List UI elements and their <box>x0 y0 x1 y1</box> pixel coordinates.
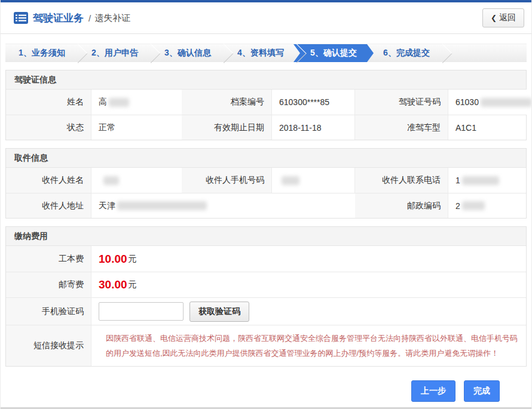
address-label: 收件人地址 <box>6 193 91 218</box>
pickup-info-section: 取件信息 收件人姓名 收件人手机号码 收件人联系电话 1 收件人地址 天津 邮政… <box>5 148 527 219</box>
recipient-phone-label: 收件人联系电话 <box>355 168 448 193</box>
currency-unit: 元 <box>129 279 137 290</box>
license-info-section: 驾驶证信息 姓名 高 档案编号 610300****85 驾驶证号码 61030… <box>5 70 527 140</box>
step-wizard-filler <box>443 44 527 62</box>
chevron-left-icon: ❮ <box>491 14 497 22</box>
license-no-value: 61030 <box>448 90 532 115</box>
recipient-mobile-label: 收件人手机号码 <box>182 168 271 193</box>
previous-step-button[interactable]: 上一步 <box>411 380 455 402</box>
expiry-value: 2018-11-18 <box>271 115 355 140</box>
step-wizard: 1、业务须知 2、用户申告 3、确认信息 4、资料填写 5、确认提交 6、完成提… <box>5 44 527 62</box>
step-1-business-notice[interactable]: 1、业务须知 <box>5 44 78 62</box>
payment-section: 缴纳费用 工本费 10.00 元 邮寄费 30.00 元 手机验证码 获取验证码… <box>5 226 527 367</box>
step-4-fill-materials[interactable]: 4、资料填写 <box>224 44 297 62</box>
vehicle-class-label: 准驾车型 <box>355 115 448 140</box>
production-fee-amount: 10.00 <box>99 253 127 266</box>
production-fee-value: 10.00 元 <box>91 246 526 272</box>
step-3-confirm-info[interactable]: 3、确认信息 <box>151 44 224 62</box>
file-no-label: 档案编号 <box>182 90 271 115</box>
sms-notice-row: 短信接收提示 因陕西省联通、电信运营商技术问题，陕西省互联网交通安全综合服务管理… <box>6 325 526 366</box>
mailing-fee-label: 邮寄费 <box>6 272 91 297</box>
redaction-smudge <box>462 176 499 185</box>
name-value: 高 <box>91 90 182 115</box>
currency-unit: 元 <box>129 254 137 265</box>
pickup-info-table: 收件人姓名 收件人手机号码 收件人联系电话 1 <box>6 168 526 193</box>
production-fee-label: 工本费 <box>6 246 91 272</box>
captcha-field-cell: 获取验证码 <box>91 297 526 325</box>
redaction-smudge <box>117 201 207 210</box>
breadcrumb-current: 遗失补证 <box>94 13 130 24</box>
redaction-smudge <box>103 176 119 185</box>
sms-notice-cell: 因陕西省联通、电信运营商技术问题，陕西省互联网交通安全综合服务管理平台无法向持陕… <box>91 325 526 366</box>
redaction-smudge <box>462 201 485 210</box>
redaction-smudge <box>109 98 129 107</box>
step-6-complete-submit[interactable]: 6、完成提交 <box>370 44 443 62</box>
mailing-fee-amount: 30.00 <box>99 278 127 291</box>
postal-value: 2 <box>448 193 526 218</box>
page: 驾驶证业务 / 遗失补证 ❮ 返回 1、业务须知 2、用户申告 3、确认信息 4… <box>0 0 532 409</box>
recipient-mobile-value <box>271 168 355 193</box>
recipient-phone-value: 1 <box>448 168 526 193</box>
page-header: 驾驶证业务 / 遗失补证 ❮ 返回 <box>1 2 531 34</box>
name-label: 姓名 <box>6 90 91 115</box>
production-fee-row: 工本费 10.00 元 <box>6 246 526 272</box>
mailing-fee-value: 30.00 元 <box>91 272 526 297</box>
footer-actions: 上一步 完成 <box>1 367 531 402</box>
sms-notice-label: 短信接收提示 <box>6 325 91 366</box>
license-no-label: 驾驶证号码 <box>355 90 448 115</box>
vehicle-class-value: A1C1 <box>448 115 526 140</box>
captcha-input[interactable] <box>99 302 184 321</box>
recipient-name-label: 收件人姓名 <box>6 168 91 193</box>
license-info-table-row2: 状态 正常 有效期止日期 2018-11-18 准驾车型 A1C1 <box>6 115 526 140</box>
pickup-section-title: 取件信息 <box>6 149 526 168</box>
redaction-smudge <box>282 176 299 185</box>
list-icon <box>14 12 28 24</box>
page-title: 驾驶证业务 <box>33 11 84 25</box>
status-value: 正常 <box>91 115 182 140</box>
license-section-title: 驾驶证信息 <box>6 70 526 90</box>
address-value: 天津 <box>91 193 355 218</box>
breadcrumb-separator: / <box>88 13 91 23</box>
captcha-label: 手机验证码 <box>6 297 91 325</box>
mailing-fee-row: 邮寄费 30.00 元 <box>6 272 526 297</box>
redaction-smudge <box>481 98 532 107</box>
sms-notice-text: 因陕西省联通、电信运营商技术问题，陕西省互联网交通安全综合服务管理平台无法向持陕… <box>99 325 526 366</box>
status-label: 状态 <box>6 115 91 140</box>
expiry-label: 有效期止日期 <box>182 115 271 140</box>
back-button[interactable]: ❮ 返回 <box>482 8 524 27</box>
get-captcha-button[interactable]: 获取验证码 <box>189 302 249 322</box>
step-2-user-declaration[interactable]: 2、用户申告 <box>78 44 151 62</box>
captcha-row: 手机验证码 获取验证码 <box>6 297 526 325</box>
postal-label: 邮政编码 <box>355 193 448 218</box>
license-info-table: 姓名 高 档案编号 610300****85 驾驶证号码 61030 <box>6 90 526 115</box>
payment-section-title: 缴纳费用 <box>6 227 526 246</box>
pickup-info-table-row2: 收件人地址 天津 邮政编码 2 <box>6 193 526 218</box>
back-button-label: 返回 <box>499 13 516 23</box>
file-no-value: 610300****85 <box>271 90 355 115</box>
recipient-name-value <box>91 168 182 193</box>
finish-button[interactable]: 完成 <box>464 380 500 402</box>
